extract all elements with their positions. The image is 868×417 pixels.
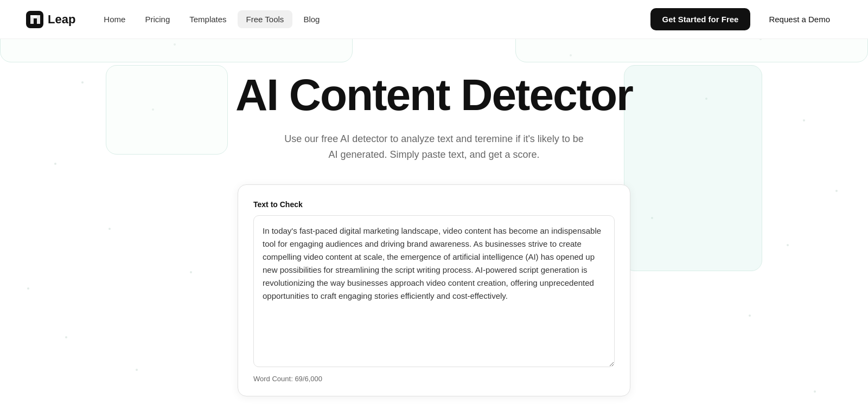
hero-subtitle-line1: Use our free AI detector to analyze text… — [284, 133, 584, 144]
hero-subtitle-line2: AI generated. Simply paste text, and get… — [328, 149, 539, 160]
text-input[interactable]: In today's fast-paced digital marketing … — [253, 215, 615, 367]
main-content: AI Content Detector Use our free AI dete… — [0, 39, 868, 417]
nav-left: Leap Home Pricing Templates Free Tools B… — [26, 10, 328, 28]
svg-rect-1 — [30, 15, 37, 17]
svg-rect-0 — [26, 11, 43, 28]
nav-home[interactable]: Home — [95, 10, 134, 28]
detector-card: Text to Check In today's fast-paced digi… — [238, 184, 630, 396]
text-check-label: Text to Check — [253, 200, 615, 209]
request-demo-button[interactable]: Request a Demo — [757, 8, 842, 30]
word-count-label: Word Count: — [253, 375, 293, 383]
nav-templates[interactable]: Templates — [181, 10, 235, 28]
logo-text: Leap — [48, 12, 75, 27]
nav-links: Home Pricing Templates Free Tools Blog — [95, 10, 328, 28]
word-count: Word Count: 69/6,000 — [253, 375, 615, 383]
nav-free-tools[interactable]: Free Tools — [238, 10, 293, 28]
page-title: AI Content Detector — [235, 72, 633, 118]
nav-right: Get Started for Free Request a Demo — [650, 8, 842, 30]
get-started-button[interactable]: Get Started for Free — [650, 8, 751, 30]
navbar: Leap Home Pricing Templates Free Tools B… — [0, 0, 868, 39]
hero-subtitle: Use our free AI detector to analyze text… — [284, 131, 584, 163]
logo-icon — [26, 11, 43, 28]
logo-link[interactable]: Leap — [26, 11, 75, 28]
nav-blog[interactable]: Blog — [295, 10, 328, 28]
word-count-value: 69/6,000 — [295, 375, 322, 383]
nav-pricing[interactable]: Pricing — [136, 10, 178, 28]
